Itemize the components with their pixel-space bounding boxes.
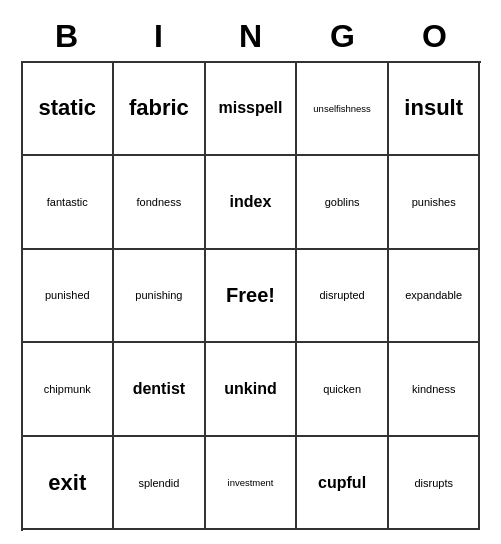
cell-text-10: punished [45, 289, 90, 301]
header-letter-g: G [297, 14, 389, 59]
bingo-cell-5: fantastic [23, 156, 115, 250]
header-letter-o: O [389, 14, 481, 59]
cell-text-2: misspell [218, 99, 282, 117]
bingo-cell-19: kindness [389, 343, 481, 437]
header-letter-b: B [21, 14, 113, 59]
cell-text-12: Free! [226, 284, 275, 307]
bingo-header: BINGO [21, 14, 481, 59]
bingo-cell-2: misspell [206, 63, 298, 157]
bingo-cell-24: disrupts [389, 437, 481, 531]
cell-text-18: quicken [323, 383, 361, 395]
bingo-cell-3: unselfishness [297, 63, 389, 157]
bingo-cell-6: fondness [114, 156, 206, 250]
cell-text-6: fondness [137, 196, 182, 208]
cell-text-21: splendid [138, 477, 179, 489]
cell-text-22: investment [228, 477, 274, 488]
cell-text-11: punishing [135, 289, 182, 301]
bingo-cell-1: fabric [114, 63, 206, 157]
header-letter-i: I [113, 14, 205, 59]
cell-text-9: punishes [412, 196, 456, 208]
cell-text-15: chipmunk [44, 383, 91, 395]
bingo-grid: staticfabricmisspellunselfishnessinsultf… [21, 61, 481, 531]
bingo-cell-15: chipmunk [23, 343, 115, 437]
bingo-cell-23: cupful [297, 437, 389, 531]
cell-text-20: exit [48, 470, 86, 496]
bingo-cell-10: punished [23, 250, 115, 344]
bingo-cell-4: insult [389, 63, 481, 157]
cell-text-24: disrupts [414, 477, 453, 489]
cell-text-13: disrupted [319, 289, 364, 301]
bingo-cell-7: index [206, 156, 298, 250]
bingo-cell-12: Free! [206, 250, 298, 344]
header-letter-n: N [205, 14, 297, 59]
bingo-cell-14: expandable [389, 250, 481, 344]
bingo-cell-17: unkind [206, 343, 298, 437]
bingo-cell-18: quicken [297, 343, 389, 437]
bingo-board: BINGO staticfabricmisspellunselfishnessi… [11, 4, 491, 541]
bingo-cell-9: punishes [389, 156, 481, 250]
cell-text-5: fantastic [47, 196, 88, 208]
cell-text-0: static [39, 95, 96, 121]
bingo-cell-13: disrupted [297, 250, 389, 344]
cell-text-1: fabric [129, 95, 189, 121]
cell-text-19: kindness [412, 383, 455, 395]
cell-text-23: cupful [318, 474, 366, 492]
cell-text-4: insult [404, 95, 463, 121]
bingo-cell-20: exit [23, 437, 115, 531]
bingo-cell-21: splendid [114, 437, 206, 531]
bingo-cell-0: static [23, 63, 115, 157]
bingo-cell-16: dentist [114, 343, 206, 437]
cell-text-14: expandable [405, 289, 462, 301]
bingo-cell-8: goblins [297, 156, 389, 250]
cell-text-8: goblins [325, 196, 360, 208]
cell-text-7: index [230, 193, 272, 211]
cell-text-3: unselfishness [313, 103, 371, 114]
cell-text-17: unkind [224, 380, 276, 398]
bingo-cell-11: punishing [114, 250, 206, 344]
cell-text-16: dentist [133, 380, 185, 398]
bingo-cell-22: investment [206, 437, 298, 531]
